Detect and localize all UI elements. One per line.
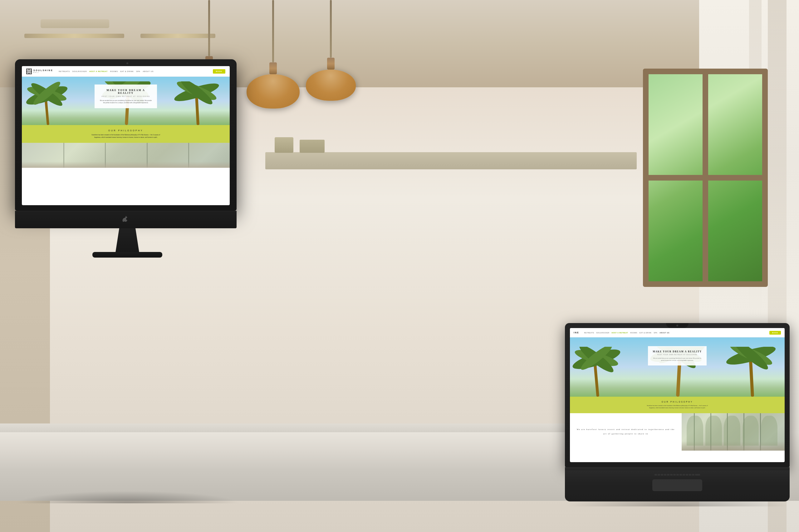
imac-bezel: SOULSHINE BALI RETREATS SOULROCKER HOST … (15, 59, 237, 211)
laptop-logo-partial: INE (574, 331, 579, 334)
laptop-nav-rooms[interactable]: ROOMS (631, 332, 637, 334)
laptop-camera-notch (666, 323, 689, 328)
laptop-nav-soulrocker[interactable]: SOULROCKER (596, 332, 610, 334)
imac-philosophy-body: Soulshine has been created on the founda… (91, 134, 160, 138)
imac-shadow (15, 491, 240, 503)
pendant-shade-2 (247, 74, 299, 109)
imac-philosophy-title: OUR PHILOSOPHY (28, 129, 223, 132)
laptop-lid: INE RETREATS SOULROCKER HOST A RETREAT R… (565, 323, 789, 467)
laptop-nav-links: RETREATS SOULROCKER HOST A RETREAT ROOMS… (584, 332, 769, 334)
laptop-camera-dot (676, 325, 678, 326)
imac-philosophy-section: OUR PHILOSOPHY Soulshine has been create… (22, 125, 230, 143)
pendant-lamp-2 (247, 0, 299, 109)
counter-item-2 (299, 140, 325, 153)
nav-link-soulrocker[interactable]: SOULROCKER (72, 71, 87, 72)
imac-hero-section: MAKE YOUR DREAM A REALITY HOST YOUR OWN … (22, 77, 230, 125)
imac-logo: SOULSHINE BALI (26, 69, 53, 74)
nav-link-rooms[interactable]: ROOMS (110, 71, 118, 72)
laptop-philosophy-section: OUR PHILOSOPHY Soulshine has been create… (570, 397, 785, 413)
laptop-hero-textbox: MAKE YOUR DREAM A REALITY HOST YOUR OWN … (648, 346, 707, 365)
laptop-bottom-photo (682, 413, 785, 451)
imac-hero-title: MAKE YOUR DREAM A REALITY (99, 89, 152, 94)
window-frame (643, 69, 768, 287)
nav-link-spa[interactable]: SPA (136, 71, 140, 72)
nav-link-eat-drink[interactable]: EAT & DRINK (121, 71, 134, 72)
laptop-device: INE RETREATS SOULROCKER HOST A RETREAT R… (565, 323, 789, 504)
imac-hero-textbox: MAKE YOUR DREAM A REALITY HOST YOUR OWN … (94, 84, 157, 108)
laptop-nav: INE RETREATS SOULROCKER HOST A RETREAT R… (570, 328, 785, 337)
laptop-hero: MAKE YOUR DREAM A REALITY HOST YOUR OWN … (570, 337, 785, 397)
laptop-nav-retreats[interactable]: RETREATS (584, 332, 594, 334)
imac-logo-text: SOULSHINE BALI (33, 69, 53, 73)
laptop-nav-spa[interactable]: SPA (654, 332, 658, 334)
ceiling-strip-1 (24, 34, 124, 38)
imac-stand (109, 228, 146, 252)
pendant-lamp-3 (306, 0, 356, 101)
pendant-base-3 (327, 58, 334, 70)
laptop-book-button[interactable]: BOOK (769, 331, 781, 335)
laptop-hero-body: We are excited that you are considering … (653, 357, 702, 361)
background-counter (265, 152, 637, 169)
logo-svg (27, 69, 31, 74)
laptop-philosophy-body: Soulshine has been created on the founda… (646, 405, 708, 409)
pendant-cord-1 (208, 0, 210, 56)
pendant-cord-3 (330, 0, 332, 58)
laptop-hero-subtitle: HOST YOUR OWN RETREAT AT SOULSHINE (653, 354, 702, 356)
laptop-nav-about[interactable]: ABOUT US (659, 332, 670, 334)
laptop-keyboard-area (565, 470, 789, 501)
laptop-hinge (565, 467, 789, 470)
laptop-philosophy-title: OUR PHILOSOPHY (576, 401, 779, 403)
laptop-about-text: We are barefoot luxury resort and retrea… (576, 428, 675, 436)
imac-interior-sim (22, 143, 230, 168)
imac-nav-links: RETREATS SOULROCKER HOST A RETREAT ROOMS… (59, 71, 213, 72)
laptop-about-section: We are barefoot luxury resort and retrea… (570, 413, 682, 451)
laptop-hero-title: MAKE YOUR DREAM A REALITY (653, 350, 702, 353)
imac-device: SOULSHINE BALI RETREATS SOULROCKER HOST … (15, 59, 240, 265)
apple-logo (122, 216, 129, 224)
imac-nav: SOULSHINE BALI RETREATS SOULROCKER HOST … (22, 66, 230, 77)
laptop-bottom-section: We are barefoot luxury resort and retrea… (570, 413, 785, 451)
imac-base (92, 252, 162, 258)
window-mullion-h (649, 175, 762, 180)
nav-link-retreats[interactable]: RETREATS (59, 71, 70, 72)
main-scene: SOULSHINE BALI RETREATS SOULROCKER HOST … (0, 0, 799, 532)
pendant-shade-3 (306, 70, 356, 101)
imac-screen: SOULSHINE BALI RETREATS SOULROCKER HOST … (22, 66, 230, 205)
imac-book-button[interactable]: BOOK (213, 69, 226, 74)
laptop-nav-host[interactable]: HOST A RETREAT (612, 332, 628, 334)
ceiling-ac-unit (40, 19, 109, 28)
nav-link-host[interactable]: HOST A RETREAT (89, 71, 108, 72)
nav-link-about[interactable]: ABOUT US (143, 71, 153, 72)
imac-camera (126, 62, 128, 64)
counter-item-1 (275, 137, 293, 153)
imac-hero-body: We are excited that you are considering … (99, 99, 152, 104)
pendant-cord-2 (272, 0, 274, 62)
table-edge (0, 423, 649, 432)
imac-bottom-photo (22, 143, 230, 168)
pendant-base-2 (269, 62, 277, 74)
laptop-screen: INE RETREATS SOULROCKER HOST A RETREAT R… (570, 328, 785, 462)
laptop-nav-eat-drink[interactable]: EAT & DRINK (639, 332, 652, 334)
imac-hero-subtitle: HOST YOUR OWN RETREAT AT SOULSHINE (99, 95, 152, 97)
imac-chin (15, 211, 237, 228)
laptop-trackpad (652, 479, 702, 491)
logo-icon (26, 69, 32, 74)
laptop-keyboard-row1 (654, 474, 700, 476)
